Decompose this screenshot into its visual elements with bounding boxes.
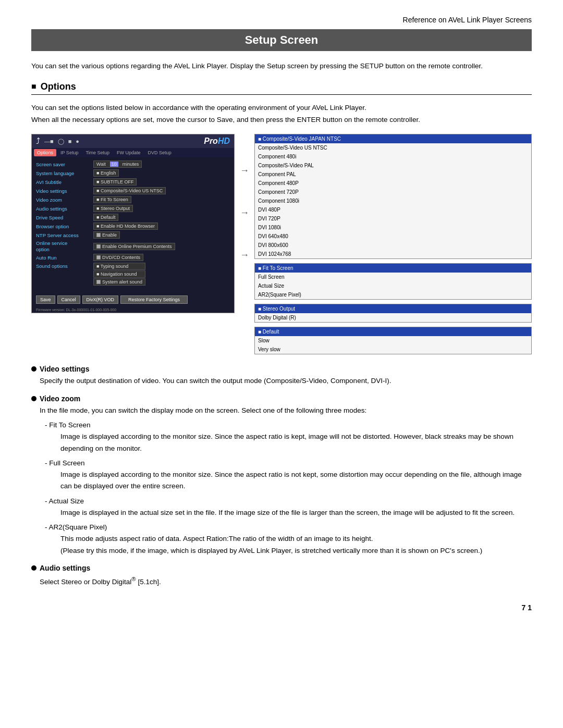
video-settings-section: Video settings Specify the output destin… — [31, 365, 532, 387]
video-zoom-dropdown: ■ Fit To Screen Full Screen Actual Size … — [254, 263, 532, 300]
drive-item-2[interactable]: Very slow — [255, 345, 531, 354]
screen-value-autorun: DVD/CD Contents — [93, 254, 143, 261]
subitem-ar2-label: - AR2(Square Pixel) — [45, 523, 107, 531]
dropdown-item-2[interactable]: Component 480i — [255, 152, 531, 161]
restore-button[interactable]: Restore Factory Settings — [120, 295, 188, 304]
options-para1: You can set the options listed below in … — [31, 104, 366, 112]
tab-fw-update[interactable]: FW Update — [114, 149, 144, 156]
audio-settings-section: Audio settings Select Stereo or Dolby Di… — [31, 564, 532, 588]
screen-value-sound: ■ Typing sound ■ Navigation sound System… — [93, 263, 145, 286]
screen-footer: Save Cancel DivX(R) VOD Restore Factory … — [32, 292, 234, 307]
header-title: Reference on AVeL Link Player Screens — [403, 16, 532, 24]
screen-value-online: Enable Online Premium Contents — [93, 243, 175, 250]
tab-dvd-setup[interactable]: DVD Setup — [145, 149, 175, 156]
subitem-actual-body: Image is displayed in the actual size se… — [60, 507, 532, 519]
screen-mockup: ⤴ —■ ◯ ■ ● ProHD Options IP Setup Time S… — [31, 134, 235, 313]
screen-row-audio: Audio settings ■ Stereo Output — [36, 205, 230, 212]
screen-label-drive: Drive Speed — [36, 215, 93, 220]
dropdown-item-12[interactable]: DVI 800x600 — [255, 241, 531, 250]
screen-tabs-bar: Options IP Setup Time Setup FW Update DV… — [32, 148, 234, 157]
page-title-bar: Setup Screen — [31, 29, 532, 51]
screen-value-video-zoom: ■ Fit To Screen — [93, 196, 131, 203]
firmware-text: Firmware version: DL-3x-000001-01-000-00… — [32, 307, 234, 313]
bullet-dot-1 — [31, 366, 36, 372]
overlays-area: ■ Composite/S-Video JAPAN NTSC Composite… — [254, 134, 532, 354]
screen-label-audio: Audio settings — [36, 206, 93, 212]
screen-row-ntp: NTP Server access Enable — [36, 231, 230, 239]
cancel-button[interactable]: Cancel — [57, 295, 80, 304]
zoom-item-1[interactable]: Full Screen — [255, 273, 531, 281]
subitem-fit-label: - Fit To Screen — [45, 421, 91, 429]
screen-label-autorun: Auto Run — [36, 255, 93, 261]
drive-speed-dropdown: ■ Default Slow Very slow — [254, 327, 532, 354]
dropdown-item-8[interactable]: DVI 480P — [255, 205, 531, 214]
drive-item-1[interactable]: Slow — [255, 336, 531, 345]
subitem-ar2-body: This mode adjusts aspect ratio of data. … — [60, 533, 532, 557]
video-zoom-body: In the file mode, you can switch the dis… — [31, 405, 532, 557]
screen-body: Screen saver Wait 10 minutes System lang… — [32, 157, 234, 290]
tab-ip-setup[interactable]: IP Setup — [57, 149, 81, 156]
arrow-3: → — [240, 250, 249, 261]
subitem-full-label: - Full Screen — [45, 459, 85, 467]
dropdown-item-5[interactable]: Component 480P — [255, 179, 531, 188]
screen-row-sound: Sound options ■ Typing sound ■ Navigatio… — [36, 263, 230, 286]
options-intro: You can set the options listed below in … — [31, 102, 532, 126]
screen-label-screensaver: Screen saver — [36, 162, 93, 167]
screen-row-online: Online serviceoption Enable Online Premi… — [36, 240, 230, 252]
screen-row-language: System language ■ English — [36, 169, 230, 177]
audio-settings-body: Select Stereo or Dolby Digital® [5.1ch]. — [31, 574, 532, 588]
subitem-fit-body: Image is displayed according to the moni… — [60, 431, 532, 454]
screen-value-ntp: Enable — [93, 231, 120, 239]
dropdown-item-11[interactable]: DVI 640x480 — [255, 232, 531, 241]
dropdown-item-9[interactable]: DVI 720P — [255, 214, 531, 223]
save-button[interactable]: Save — [36, 295, 55, 304]
arrow-2: → — [240, 207, 249, 218]
screen-label-online: Online serviceoption — [36, 240, 93, 252]
screen-value-video-settings: ■ Composite/S-Video US NTSC — [93, 187, 166, 194]
video-settings-heading: Video settings — [31, 365, 532, 373]
screen-label-video-settings: Video settings — [36, 188, 93, 194]
screen-label-ntp: NTP Server access — [36, 232, 93, 238]
audio-item-0[interactable]: ■ Stereo Output — [255, 304, 531, 313]
dropdown-item-10[interactable]: DVI 1080i — [255, 223, 531, 232]
zoom-item-2[interactable]: Actual Size — [255, 281, 531, 290]
audio-settings-heading-text: Audio settings — [40, 564, 90, 572]
screen-label-browser: Browser option — [36, 224, 93, 229]
dropdown-item-0[interactable]: ■ Composite/S-Video JAPAN NTSC — [255, 134, 531, 143]
dropdown-item-13[interactable]: DVI 1024x768 — [255, 250, 531, 258]
tab-options[interactable]: Options — [34, 149, 56, 156]
screen-label-language: System language — [36, 170, 93, 176]
audio-dropdown: ■ Stereo Output Dolby Digital (R) — [254, 304, 532, 323]
arrow-1: → — [240, 165, 249, 176]
page-title: Setup Screen — [245, 33, 319, 46]
audio-item-1[interactable]: Dolby Digital (R) — [255, 313, 531, 322]
dropdown-item-1[interactable]: Composite/S-Video US NTSC — [255, 143, 531, 152]
screen-row-video-settings: Video settings ■ Composite/S-Video US NT… — [36, 187, 230, 194]
screen-value-browser: ■ Enable HD Mode Browser — [93, 223, 158, 230]
divx-button[interactable]: DivX(R) VOD — [82, 295, 119, 304]
screen-label-sound: Sound options — [36, 263, 93, 269]
screen-value-language: ■ English — [93, 169, 119, 177]
subitem-ar2: - AR2(Square Pixel) This mode adjusts as… — [40, 522, 532, 557]
subitem-fit: - Fit To Screen Image is displayed accor… — [40, 419, 532, 454]
screen-value-subtitle: ■ SUBTITLE OFF — [93, 178, 137, 186]
page-number: 7 1 — [31, 603, 532, 612]
subitem-actual: - Actual Size Image is displayed in the … — [40, 496, 532, 519]
dropdown-item-6[interactable]: Component 720P — [255, 188, 531, 196]
dropdown-item-3[interactable]: Composite/S-Video PAL — [255, 161, 531, 170]
dropdown-item-4[interactable]: Component PAL — [255, 170, 531, 179]
video-zoom-heading-text: Video zoom — [40, 394, 80, 403]
options-para2: When all the necessary options are set, … — [31, 116, 420, 124]
tab-time-setup[interactable]: Time Setup — [82, 149, 113, 156]
dropdown-item-7[interactable]: Component 1080i — [255, 196, 531, 205]
zoom-item-0[interactable]: ■ Fit To Screen — [255, 264, 531, 273]
zoom-item-3[interactable]: AR2(Square Pixel) — [255, 290, 531, 299]
bullet-dot-3 — [31, 565, 36, 571]
subitem-actual-label: - Actual Size — [45, 497, 84, 505]
drive-item-0[interactable]: ■ Default — [255, 327, 531, 336]
video-settings-dropdown: ■ Composite/S-Video JAPAN NTSC Composite… — [254, 134, 532, 259]
screen-value-drive: ■ Default — [93, 214, 118, 221]
top-right-header: Reference on AVeL Link Player Screens — [31, 16, 532, 24]
video-zoom-section: Video zoom In the file mode, you can swi… — [31, 394, 532, 557]
page-number-text: 7 1 — [522, 603, 532, 612]
